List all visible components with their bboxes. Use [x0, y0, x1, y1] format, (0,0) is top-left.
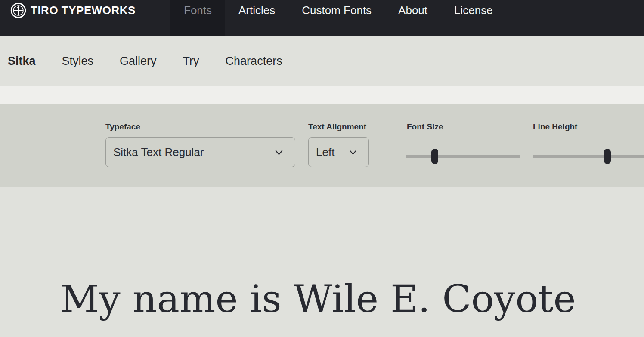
nav-item-fonts[interactable]: Fonts	[170, 0, 225, 36]
chevron-down-icon	[274, 147, 284, 157]
alignment-select[interactable]: Left	[308, 137, 369, 167]
subnav-item-sitka[interactable]: Sitka	[8, 55, 36, 68]
chevron-down-icon	[348, 147, 358, 157]
nav-item-about[interactable]: About	[385, 0, 441, 36]
line-height-slider-track	[533, 155, 644, 158]
subnav-item-characters[interactable]: Characters	[226, 55, 282, 68]
alignment-control-group: Text Alignment Left	[308, 122, 369, 167]
type-tester-controls: Typeface Sitka Text Regular Text Alignme…	[0, 104, 644, 187]
nav-item-articles[interactable]: Articles	[225, 0, 288, 36]
tiro-orb-logo-icon	[10, 3, 26, 18]
line-height-slider-thumb[interactable]	[604, 149, 611, 164]
font-size-slider-thumb[interactable]	[431, 149, 438, 164]
nav-item-custom-fonts[interactable]: Custom Fonts	[288, 0, 385, 36]
site-logo[interactable]: TIRO TYPEWORKS	[10, 0, 136, 21]
typeface-label: Typeface	[105, 122, 295, 132]
type-preview-area: My name is Wile E. Coyote	[0, 187, 644, 337]
line-height-label: Line Height	[533, 122, 644, 132]
font-size-slider-track	[406, 155, 520, 158]
subnav-item-try[interactable]: Try	[183, 55, 199, 68]
subnav-item-styles[interactable]: Styles	[62, 55, 94, 68]
typeface-control-group: Typeface Sitka Text Regular	[105, 122, 295, 167]
font-size-control-group: Font Size	[406, 122, 520, 167]
separator-band	[0, 86, 644, 104]
alignment-label: Text Alignment	[308, 122, 369, 132]
top-header: TIRO TYPEWORKS Fonts Articles Custom Fon…	[0, 0, 644, 36]
logo-wordmark: TIRO TYPEWORKS	[31, 4, 136, 17]
font-size-slider[interactable]	[406, 137, 520, 167]
sample-text[interactable]: My name is Wile E. Coyote	[60, 279, 644, 320]
alignment-selected-value: Left	[316, 146, 334, 159]
line-height-slider[interactable]	[533, 137, 644, 167]
primary-nav: Fonts Articles Custom Fonts About Licens…	[170, 0, 506, 36]
font-subnav: Sitka Styles Gallery Try Characters	[0, 36, 644, 86]
typeface-selected-value: Sitka Text Regular	[113, 146, 204, 159]
subnav-item-gallery[interactable]: Gallery	[120, 55, 157, 68]
font-size-label: Font Size	[406, 122, 520, 132]
nav-item-license[interactable]: License	[441, 0, 506, 36]
typeface-select[interactable]: Sitka Text Regular	[105, 137, 295, 167]
line-height-control-group: Line Height	[533, 122, 644, 167]
